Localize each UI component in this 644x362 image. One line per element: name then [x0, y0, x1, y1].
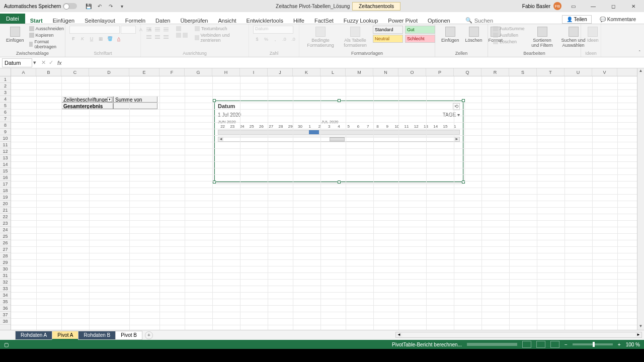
enter-formula-icon[interactable]: ✓ [49, 59, 53, 66]
spreadsheet-grid[interactable]: 1234567891011121314151617181920212223242… [0, 68, 644, 330]
fill-button[interactable]: Ausfüllen [492, 32, 526, 38]
timeline-day[interactable]: 7 [363, 124, 373, 129]
zoom-level[interactable]: 100 % [626, 342, 640, 347]
ribbon-display-icon[interactable]: ▭ [565, 0, 582, 12]
fx-icon[interactable]: fx [57, 60, 62, 66]
formula-input[interactable] [65, 58, 644, 67]
cancel-formula-icon[interactable]: ✕ [41, 59, 46, 66]
autosum-button[interactable]: AutoSumme [492, 26, 526, 32]
timeline-day[interactable]: 12 [412, 124, 421, 129]
sheet-tab[interactable]: Pivot B [115, 331, 142, 340]
timeline-day[interactable]: 11 [401, 124, 411, 129]
file-tab[interactable]: Datei [0, 14, 25, 24]
vertical-scrollbar[interactable]: ▲ ▼ [637, 68, 644, 330]
decrease-decimal-icon[interactable]: .0 [289, 35, 297, 43]
row-header[interactable]: 6 [0, 109, 11, 116]
column-header[interactable]: T [537, 68, 565, 76]
row-header[interactable]: 10 [0, 135, 11, 142]
sort-filter-button[interactable]: Sortieren und Filtern [528, 26, 557, 49]
tell-me-search[interactable]: 🔍 [465, 17, 525, 24]
font-color-button[interactable]: A [115, 35, 123, 43]
timeline-day[interactable]: 10 [392, 124, 401, 129]
column-header[interactable]: J [268, 68, 293, 76]
row-header[interactable]: 17 [0, 181, 11, 188]
scroll-right-icon[interactable]: ► [635, 332, 641, 337]
share-button[interactable]: 👤Teilen [562, 15, 592, 24]
timeline-day[interactable]: 30 [295, 124, 305, 129]
toggle-switch[interactable] [63, 3, 77, 9]
column-header[interactable]: N [373, 68, 398, 76]
row-header[interactable]: 7 [0, 116, 11, 122]
row-header[interactable]: 4 [0, 96, 11, 103]
row-header[interactable]: 24 [0, 227, 11, 233]
column-header[interactable]: G [185, 68, 212, 76]
collapse-ribbon-icon[interactable]: ˄ [638, 50, 641, 55]
timeline-day[interactable]: 9 [382, 124, 392, 129]
row-header[interactable]: 13 [0, 155, 11, 161]
row-header[interactable]: 23 [0, 220, 11, 227]
timeline-day[interactable]: 22 [218, 124, 227, 129]
row-header[interactable]: 9 [0, 129, 11, 135]
increase-decimal-icon[interactable]: .0 [280, 35, 288, 43]
merge-button[interactable]: Verbinden und zentrieren [194, 32, 245, 43]
row-header[interactable]: 37 [0, 312, 11, 318]
timeline-day[interactable]: 25 [247, 124, 257, 129]
column-header[interactable]: C [61, 68, 89, 76]
timeline-day[interactable]: 1 [305, 124, 314, 129]
column-header[interactable]: P [426, 68, 454, 76]
timeline-scrollbar[interactable]: ◄ ► [218, 137, 460, 142]
align-top-icon[interactable] [145, 26, 153, 33]
row-header[interactable]: 35 [0, 299, 11, 305]
redo-icon[interactable]: ↷ [107, 3, 114, 10]
column-header[interactable]: S [509, 68, 537, 76]
number-format-select[interactable]: Datum [253, 26, 293, 34]
font-size-select[interactable] [121, 26, 136, 34]
sheet-tab[interactable]: Rohdaten B [78, 331, 116, 340]
style-standard[interactable]: Standard [373, 26, 403, 34]
row-header[interactable]: 34 [0, 292, 11, 299]
user-avatar[interactable]: FB [553, 2, 561, 10]
column-header[interactable]: A [11, 68, 36, 76]
row-header[interactable]: 19 [0, 194, 11, 201]
row-header[interactable]: 1 [0, 76, 11, 83]
align-left-icon[interactable] [145, 33, 153, 40]
sheet-tab[interactable]: Pivot A [52, 331, 78, 340]
orientation-button[interactable] [175, 26, 189, 32]
timeline-day[interactable]: 28 [276, 124, 285, 129]
row-header[interactable]: 33 [0, 286, 11, 292]
undo-icon[interactable]: ↶ [96, 3, 103, 10]
timeline-day[interactable]: 5 [344, 124, 353, 129]
column-header[interactable]: L [320, 68, 346, 76]
row-header[interactable]: 14 [0, 161, 11, 168]
conditional-format-button[interactable]: Bedingte Formatierung [303, 26, 338, 49]
row-header[interactable]: 20 [0, 201, 11, 207]
maximize-icon[interactable]: ◻ [605, 0, 622, 12]
zoom-in-icon[interactable]: + [618, 342, 621, 347]
column-header[interactable]: B [36, 68, 61, 76]
indent-buttons[interactable] [175, 32, 189, 38]
sheet-tab[interactable]: Rohdaten A [15, 331, 52, 340]
row-header[interactable]: 27 [0, 246, 11, 253]
zoom-slider[interactable] [573, 343, 613, 345]
new-sheet-button[interactable]: + [145, 331, 153, 339]
scroll-down-icon[interactable]: ▼ [637, 324, 644, 330]
timeline-day[interactable]: 26 [257, 124, 266, 129]
timeline-day[interactable]: 6 [353, 124, 363, 129]
customize-qat-icon[interactable]: ▾ [118, 3, 125, 10]
column-header[interactable]: V [592, 68, 617, 76]
delete-cells-button[interactable]: Löschen [463, 26, 485, 44]
row-header[interactable]: 28 [0, 253, 11, 259]
column-header[interactable]: K [293, 68, 320, 76]
page-break-view-icon[interactable] [550, 341, 559, 348]
resize-handle[interactable] [338, 99, 341, 102]
ideas-button[interactable]: Ideen [585, 26, 601, 44]
cut-button[interactable]: Ausschneiden [28, 26, 65, 32]
row-header[interactable]: 5 [0, 103, 11, 109]
close-icon[interactable]: ✕ [625, 0, 642, 12]
column-header[interactable]: O [398, 68, 426, 76]
align-right-icon[interactable] [162, 33, 170, 40]
copy-button[interactable]: Kopieren [28, 32, 65, 38]
column-header[interactable]: U [565, 68, 592, 76]
style-bad[interactable]: Schlecht [405, 35, 435, 43]
scroll-left-icon[interactable]: ◄ [396, 332, 402, 337]
